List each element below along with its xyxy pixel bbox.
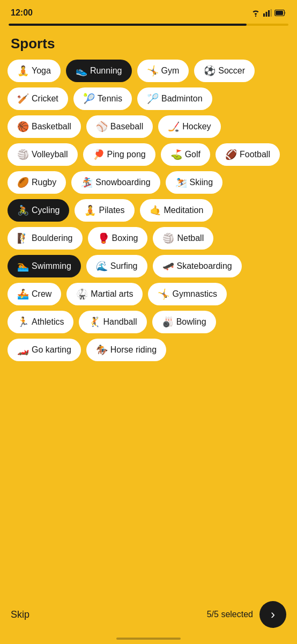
chip-tennis[interactable]: 🎾Tennis xyxy=(73,87,132,110)
bouldering-emoji: 🧗 xyxy=(17,232,29,244)
volleyball-label: Volleyball xyxy=(32,150,68,159)
athletics-emoji: 🏃 xyxy=(17,316,29,328)
chip-cycling[interactable]: 🚴Cycling xyxy=(8,199,69,222)
cricket-label: Cricket xyxy=(32,94,58,104)
chip-athletics[interactable]: 🏃Athletics xyxy=(8,311,73,333)
svg-rect-2 xyxy=(266,12,268,17)
horse-riding-label: Horse riding xyxy=(110,345,157,355)
status-time: 12:00 xyxy=(11,8,33,18)
bowling-label: Bowling xyxy=(176,317,206,327)
chip-bouldering[interactable]: 🧗Bouldering xyxy=(8,227,83,250)
cycling-emoji: 🚴 xyxy=(17,204,29,216)
surfing-label: Surfing xyxy=(110,261,138,271)
gym-emoji: 🤸 xyxy=(147,65,159,77)
crew-emoji: 🚣 xyxy=(17,288,29,300)
cycling-label: Cycling xyxy=(32,206,60,215)
chip-running[interactable]: 👟Running xyxy=(66,60,132,82)
chip-martial-arts[interactable]: 🥋Martial arts xyxy=(66,283,143,305)
chip-ping-pong[interactable]: 🏓Ping pong xyxy=(83,143,155,166)
selected-count: 5/5 selected xyxy=(207,610,253,619)
football-label: Football xyxy=(240,150,270,159)
yoga-emoji: 🧘 xyxy=(17,65,29,77)
hockey-emoji: 🏒 xyxy=(168,121,180,133)
chip-soccer[interactable]: ⚽Soccer xyxy=(194,60,255,82)
meditation-emoji: 🤙 xyxy=(150,204,161,216)
snowboarding-emoji: 🏂 xyxy=(81,177,93,188)
chip-boxing[interactable]: 🥊Boxing xyxy=(88,227,148,250)
gymnastics-emoji: 🤸 xyxy=(158,288,169,300)
chip-meditation[interactable]: 🤙Meditation xyxy=(140,199,213,222)
netball-emoji: 🏐 xyxy=(162,232,174,244)
chip-golf[interactable]: ⛳Golf xyxy=(161,143,210,166)
chip-hockey[interactable]: 🏒Hockey xyxy=(158,115,220,138)
martial-arts-label: Martial arts xyxy=(91,289,133,299)
chip-badminton[interactable]: 🏸Badminton xyxy=(137,87,212,110)
boxing-emoji: 🥊 xyxy=(98,232,109,244)
chip-gym[interactable]: 🤸Gym xyxy=(137,60,189,82)
bottom-bar: Skip 5/5 selected › xyxy=(0,594,297,644)
soccer-label: Soccer xyxy=(218,66,245,76)
crew-label: Crew xyxy=(32,289,51,299)
running-label: Running xyxy=(90,66,122,76)
chip-skateboarding[interactable]: 🛹Skateboarding xyxy=(153,255,242,277)
golf-emoji: ⛳ xyxy=(170,149,182,160)
battery-icon xyxy=(274,10,286,16)
chip-pilates[interactable]: 🧘Pilates xyxy=(75,199,134,222)
chip-cricket[interactable]: 🏏Cricket xyxy=(8,87,68,110)
go-karting-emoji: 🏎️ xyxy=(17,344,29,356)
gym-label: Gym xyxy=(161,66,180,76)
running-emoji: 👟 xyxy=(76,65,87,77)
tennis-label: Tennis xyxy=(98,94,122,104)
signal-icon xyxy=(263,9,272,17)
next-arrow-icon: › xyxy=(271,608,275,621)
chip-swimming[interactable]: 🏊Swimming xyxy=(8,255,81,277)
boxing-label: Boxing xyxy=(112,233,138,243)
status-bar: 12:00 xyxy=(0,0,297,24)
skateboarding-emoji: 🛹 xyxy=(162,260,174,272)
chip-surfing[interactable]: 🌊Surfing xyxy=(86,255,147,277)
chip-gymnastics[interactable]: 🤸Gymnastics xyxy=(148,283,227,305)
chip-basketball[interactable]: 🏀Basketball xyxy=(8,115,81,138)
surfing-emoji: 🌊 xyxy=(96,260,108,272)
meditation-label: Meditation xyxy=(164,206,204,215)
bowling-emoji: 🎳 xyxy=(162,316,174,328)
handball-label: Handball xyxy=(103,317,137,327)
go-karting-label: Go karting xyxy=(32,345,71,355)
badminton-emoji: 🏸 xyxy=(147,93,159,105)
hockey-label: Hockey xyxy=(182,122,211,131)
gymnastics-label: Gymnastics xyxy=(172,289,217,299)
netball-label: Netball xyxy=(177,233,204,243)
chip-handball[interactable]: 🤾Handball xyxy=(79,311,146,333)
skateboarding-label: Skateboarding xyxy=(177,261,232,271)
swimming-label: Swimming xyxy=(32,261,71,271)
soccer-emoji: ⚽ xyxy=(204,65,216,77)
chip-rugby[interactable]: 🏉Rugby xyxy=(8,171,66,194)
chip-football[interactable]: 🏈Football xyxy=(216,143,280,166)
page-title: Sports xyxy=(0,26,297,60)
skip-button[interactable]: Skip xyxy=(11,609,29,620)
chip-bowling[interactable]: 🎳Bowling xyxy=(152,311,216,333)
golf-label: Golf xyxy=(185,150,201,159)
martial-arts-emoji: 🥋 xyxy=(76,288,88,300)
basketball-label: Basketball xyxy=(32,122,71,131)
skiing-label: Skiing xyxy=(190,178,213,187)
chip-horse-riding[interactable]: 🏇Horse riding xyxy=(86,339,166,361)
ping-pong-label: Ping pong xyxy=(107,150,146,159)
chip-skiing[interactable]: ⛷️Skiing xyxy=(166,171,223,194)
tennis-emoji: 🎾 xyxy=(83,93,95,105)
chip-volleyball[interactable]: 🏐Volleyball xyxy=(8,143,78,166)
chip-baseball[interactable]: ⚾Baseball xyxy=(86,115,153,138)
next-button[interactable]: › xyxy=(259,601,286,628)
skiing-emoji: ⛷️ xyxy=(175,177,187,188)
chip-go-karting[interactable]: 🏎️Go karting xyxy=(8,339,81,361)
chip-yoga[interactable]: 🧘Yoga xyxy=(8,60,61,82)
home-indicator xyxy=(116,638,181,640)
chip-crew[interactable]: 🚣Crew xyxy=(8,283,61,305)
football-emoji: 🏈 xyxy=(225,149,237,160)
handball-emoji: 🤾 xyxy=(88,316,100,328)
horse-riding-emoji: 🏇 xyxy=(96,344,108,356)
chip-snowboarding[interactable]: 🏂Snowboarding xyxy=(71,171,160,194)
chip-netball[interactable]: 🏐Netball xyxy=(153,227,213,250)
volleyball-emoji: 🏐 xyxy=(17,149,29,160)
pilates-label: Pilates xyxy=(99,206,124,215)
